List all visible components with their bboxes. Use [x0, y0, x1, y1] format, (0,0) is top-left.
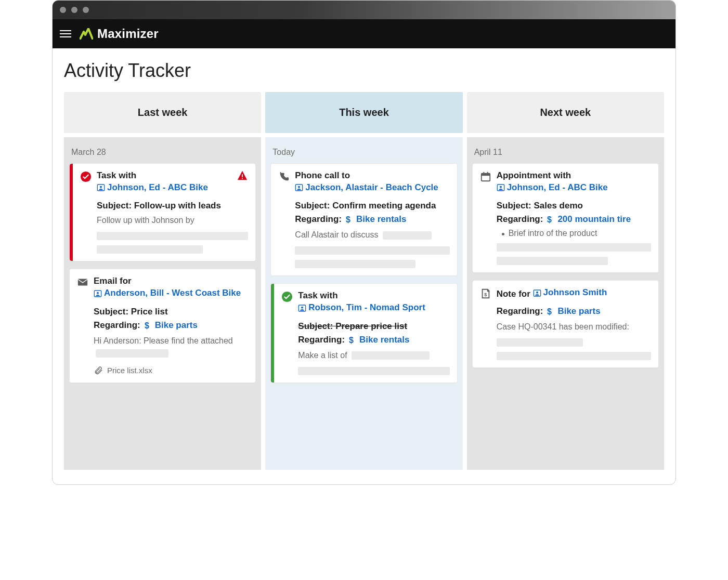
card-title: Phone call to Jackson, Alastair - Beach … — [295, 170, 449, 195]
activity-card[interactable]: $ Note for Johnson Smith Regarding: $ — [472, 280, 659, 367]
svg-text:$: $ — [145, 321, 149, 330]
regarding-link[interactable]: Bike parts — [155, 320, 198, 331]
task-complete-icon — [281, 291, 293, 302]
alert-icon — [237, 170, 248, 181]
column-next-week: April 11 Appointment with Johnson, Ed - … — [467, 137, 664, 470]
card-prefix: Task with — [298, 291, 337, 300]
card-regarding: Regarding: $ Bike rentals — [295, 214, 449, 225]
card-subject: Subject: Confirm meeting agenda — [295, 201, 449, 211]
calendar-icon — [480, 171, 491, 182]
window-control-close[interactable] — [60, 7, 66, 13]
brand-name: Maximizer — [97, 27, 159, 41]
columns-container: March 28 Task with Johnson, Ed - ABC Bik… — [64, 137, 664, 470]
contact-link[interactable]: Johnson, Ed - ABC Bike — [97, 182, 208, 194]
svg-text:$: $ — [547, 307, 552, 316]
card-subject: Subject: Price list — [94, 307, 248, 317]
dollar-icon: $ — [546, 307, 554, 316]
page-body: Activity Tracker Last week This week Nex… — [53, 48, 675, 484]
activity-card[interactable]: Email for Anderson, Bill - West Coast Bi… — [69, 269, 256, 383]
regarding-link[interactable]: 200 mountain tire — [557, 214, 631, 225]
regarding-link[interactable]: Bike parts — [557, 306, 600, 317]
column-date: March 28 — [69, 142, 256, 163]
svg-rect-4 — [242, 178, 243, 179]
svg-rect-5 — [78, 279, 87, 286]
card-body-text: Follow up with Johnson by — [97, 214, 248, 227]
card-accent — [70, 164, 73, 261]
svg-text:$: $ — [349, 336, 354, 345]
contact-link[interactable]: Jackson, Alastair - Beach Cycle — [295, 182, 438, 194]
activity-card[interactable]: Appointment with Johnson, Ed - ABC Bike … — [472, 163, 659, 273]
redacted-placeholder — [96, 349, 168, 358]
paperclip-icon — [94, 366, 103, 375]
redacted-lines — [298, 367, 449, 375]
column-last-week: March 28 Task with Johnson, Ed - ABC Bik… — [64, 137, 261, 470]
svg-point-21 — [500, 186, 502, 188]
phone-icon — [278, 171, 290, 182]
activity-card[interactable]: Task with Johnson, Ed - ABC Bike Subject… — [69, 163, 256, 261]
activity-card[interactable]: Task with Robson, Tim - Nomad Sport Subj… — [270, 283, 457, 383]
svg-rect-3 — [242, 174, 243, 177]
dollar-icon: $ — [546, 215, 554, 224]
window-control-minimize[interactable] — [71, 7, 77, 13]
card-prefix: Note for — [497, 289, 530, 299]
card-subject: Subject: Prepare price list — [298, 321, 449, 332]
svg-point-7 — [97, 292, 99, 294]
dollar-icon: $ — [144, 321, 152, 330]
card-regarding: Regarding: $ Bike parts — [497, 306, 651, 317]
email-icon — [77, 276, 88, 288]
activity-card[interactable]: Phone call to Jackson, Alastair - Beach … — [270, 163, 457, 276]
dollar-icon: $ — [345, 215, 353, 224]
column-header-last-week[interactable]: Last week — [64, 92, 261, 133]
card-subject: Subject: Follow-up with leads — [97, 201, 248, 211]
window-control-zoom[interactable] — [83, 7, 89, 13]
contact-link[interactable]: Johnson, Ed - ABC Bike — [497, 182, 608, 194]
card-title: Note for Johnson Smith — [497, 287, 651, 300]
contact-link[interactable]: Anderson, Bill - West Coast Bike — [94, 287, 241, 299]
column-date: April 11 — [472, 142, 659, 163]
card-title: Task with Johnson, Ed - ABC Bike — [97, 170, 231, 195]
dollar-icon: $ — [348, 335, 356, 345]
contact-link[interactable]: Robson, Tim - Nomad Sport — [298, 302, 425, 314]
svg-point-25 — [536, 291, 538, 293]
attachment-row[interactable]: Price list.xlsx — [94, 366, 248, 375]
page-title: Activity Tracker — [64, 60, 664, 82]
card-subject: Subject: Sales demo — [497, 201, 651, 211]
task-complete-icon — [80, 171, 92, 182]
regarding-link[interactable]: Bike rentals — [359, 335, 409, 345]
brand: Maximizer — [80, 27, 159, 41]
svg-rect-19 — [487, 172, 488, 175]
svg-point-2 — [100, 186, 102, 188]
card-prefix: Email for — [94, 276, 132, 286]
svg-point-10 — [298, 186, 300, 188]
app-header: Maximizer — [53, 19, 675, 48]
window-titlebar — [53, 1, 675, 19]
attachment-name: Price list.xlsx — [107, 366, 152, 375]
redacted-placeholder — [352, 351, 430, 360]
regarding-link[interactable]: Bike rentals — [356, 214, 406, 225]
redacted-lines — [497, 338, 651, 360]
column-date: Today — [270, 142, 457, 163]
redacted-lines — [295, 246, 449, 268]
svg-point-14 — [301, 306, 303, 308]
redacted-placeholder — [383, 231, 432, 240]
card-body-text: Make a list of — [298, 349, 449, 362]
card-prefix: Appointment with — [497, 170, 571, 180]
svg-text:$: $ — [346, 215, 350, 224]
app-window: Maximizer Activity Tracker Last week Thi… — [52, 0, 676, 485]
card-accent — [271, 284, 274, 382]
card-body-text: Case HQ-00341 has been modified: — [497, 321, 651, 333]
column-header-this-week[interactable]: This week — [265, 92, 462, 133]
card-regarding: Regarding: $ 200 mountain tire — [497, 214, 651, 225]
svg-text:$: $ — [547, 215, 552, 224]
redacted-lines — [97, 232, 248, 254]
contact-link[interactable]: Johnson Smith — [533, 287, 607, 299]
svg-rect-17 — [481, 174, 490, 176]
column-header-next-week[interactable]: Next week — [467, 92, 664, 133]
card-title: Email for Anderson, Bill - West Coast Bi… — [94, 275, 248, 301]
card-body-text: Call Alastair to discuss — [295, 229, 449, 241]
card-prefix: Phone call to — [295, 170, 350, 180]
svg-text:$: $ — [484, 292, 487, 297]
card-title: Appointment with Johnson, Ed - ABC Bike — [497, 170, 651, 195]
card-prefix: Task with — [97, 170, 136, 180]
menu-icon[interactable] — [60, 30, 71, 37]
